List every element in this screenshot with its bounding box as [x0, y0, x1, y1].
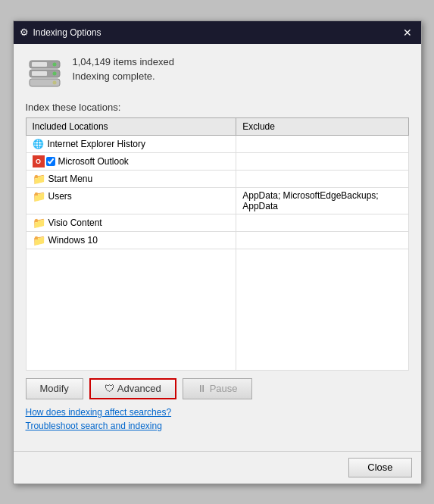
location-item: 📁 Visio Content: [33, 217, 230, 229]
exclude-cell: [236, 135, 408, 152]
modify-button[interactable]: Modify: [26, 378, 83, 399]
location-item: 📁 Windows 10: [33, 234, 230, 246]
shield-icon: 🛡: [105, 383, 114, 394]
indexing-status-label: Indexing complete.: [73, 70, 174, 82]
location-item: 🌐 Internet Explorer History: [33, 138, 230, 150]
svg-point-5: [52, 80, 56, 84]
locations-section-label: Index these locations:: [26, 102, 409, 113]
location-name: Windows 10: [48, 235, 98, 246]
svg-point-3: [52, 62, 56, 66]
link-section: How does indexing affect searches? Troub…: [26, 407, 409, 431]
status-text: 1,04,149 items indexed Indexing complete…: [73, 53, 174, 82]
svg-rect-7: [32, 71, 47, 76]
outlook-icon: O: [33, 155, 45, 167]
table-row: 📁 Start Menu: [26, 170, 408, 187]
svg-rect-6: [32, 62, 47, 67]
pause-button[interactable]: ⏸Pause: [183, 378, 252, 399]
items-indexed-label: 1,04,149 items indexed: [73, 56, 174, 67]
window-icon: ⚙: [20, 27, 29, 38]
exclude-cell: AppData; MicrosoftEdgeBackups; AppData: [236, 187, 408, 214]
status-section: 1,04,149 items indexed Indexing complete…: [26, 53, 409, 91]
table-empty-space: [26, 249, 408, 370]
footer-close-button[interactable]: Close: [348, 458, 411, 477]
table-row: 📁 Visio Content: [26, 214, 408, 231]
table-row: O Microsoft Outlook: [26, 152, 408, 170]
folder-icon: 📁: [33, 234, 45, 246]
pause-icon: ⏸: [197, 383, 207, 394]
exclude-cell: [236, 231, 408, 249]
title-bar-left: ⚙ Indexing Options: [20, 27, 101, 38]
window-title: Indexing Options: [33, 27, 101, 38]
advanced-button[interactable]: 🛡Advanced: [89, 378, 176, 399]
table-row: 📁 Users AppData; MicrosoftEdgeBackups; A…: [26, 187, 408, 214]
location-cell: O Microsoft Outlook: [26, 152, 236, 170]
indexing-status-icon: [26, 53, 64, 91]
table-row: 📁 Windows 10: [26, 231, 408, 249]
location-item: 📁 Users: [33, 190, 230, 202]
svg-point-4: [52, 71, 56, 75]
location-cell: 📁 Users: [26, 187, 236, 214]
folder-icon: 📁: [33, 190, 45, 202]
col-included-header: Included Locations: [26, 117, 236, 135]
main-content: 1,04,149 items indexed Indexing complete…: [14, 44, 421, 451]
location-cell: 📁 Start Menu: [26, 170, 236, 187]
close-window-button[interactable]: ✕: [400, 25, 415, 40]
button-row: Modify 🛡Advanced ⏸Pause: [26, 378, 409, 399]
title-bar: ⚙ Indexing Options ✕: [14, 21, 421, 44]
location-name: Internet Explorer History: [48, 139, 145, 149]
location-item: 📁 Start Menu: [33, 173, 230, 185]
location-name: Users: [48, 191, 72, 202]
footer-bar: Close: [14, 451, 421, 484]
how-indexing-link[interactable]: How does indexing affect searches?: [26, 407, 409, 418]
location-name: Visio Content: [48, 218, 102, 228]
exclude-cell: [236, 170, 408, 187]
location-name: Microsoft Outlook: [58, 156, 129, 167]
troubleshoot-link[interactable]: Troubleshoot search and indexing: [26, 421, 409, 431]
exclude-cell: [236, 152, 408, 170]
outlook-checkbox[interactable]: [46, 157, 55, 166]
location-name: Start Menu: [48, 174, 93, 184]
location-cell: 🌐 Internet Explorer History: [26, 135, 236, 152]
location-cell: 📁 Windows 10: [26, 231, 236, 249]
locations-table: Included Locations Exclude 🌐 Internet Ex…: [26, 117, 409, 371]
table-row: 🌐 Internet Explorer History: [26, 135, 408, 152]
folder-icon: 📁: [33, 173, 45, 185]
folder-icon: 📁: [33, 217, 45, 229]
col-exclude-header: Exclude: [236, 117, 408, 135]
indexing-options-window: ⚙ Indexing Options ✕ 1,04,149 items inde…: [13, 20, 422, 484]
ie-icon: 🌐: [33, 138, 45, 150]
location-cell: 📁 Visio Content: [26, 214, 236, 231]
location-item: O Microsoft Outlook: [33, 155, 230, 167]
exclude-cell: [236, 214, 408, 231]
